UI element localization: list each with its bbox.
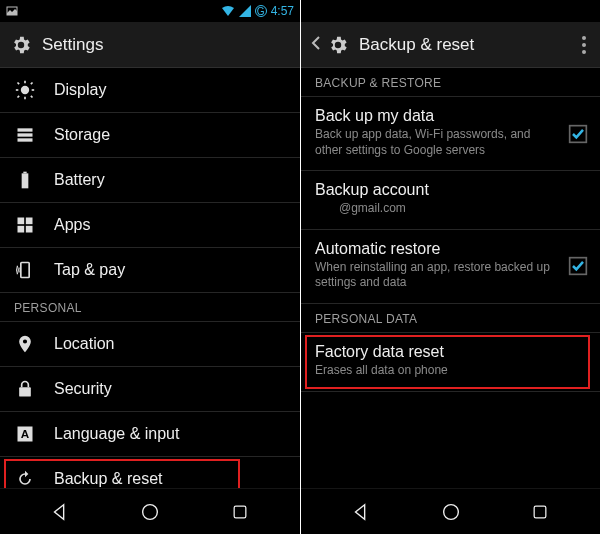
overflow-menu-icon[interactable]	[578, 30, 590, 60]
wifi-icon	[221, 5, 235, 17]
row-battery[interactable]: Battery	[0, 158, 300, 203]
row-label: Storage	[54, 126, 110, 144]
svg-line-7	[31, 83, 33, 85]
row-subtitle: @gmail.com	[315, 201, 586, 217]
settings-gear-icon[interactable]	[327, 34, 349, 56]
row-subtitle: When reinstalling an app, restore backed…	[315, 260, 586, 291]
backup-list[interactable]: BACKUP & RESTORE Back up my data Back up…	[301, 68, 600, 488]
nav-back[interactable]	[30, 489, 90, 535]
settings-gear-icon	[10, 34, 32, 56]
backup-reset-icon	[14, 468, 36, 488]
nav-bar	[301, 488, 600, 534]
row-label: Language & input	[54, 425, 179, 443]
row-label: Battery	[54, 171, 105, 189]
language-icon: A	[14, 423, 36, 445]
nav-recent[interactable]	[510, 489, 570, 535]
row-subtitle: Erases all data on phone	[315, 363, 586, 379]
action-bar: Backup & reset	[301, 22, 600, 68]
apps-icon	[14, 214, 36, 236]
svg-line-8	[18, 96, 20, 98]
row-title: Back up my data	[315, 107, 586, 125]
row-title: Automatic restore	[315, 240, 586, 258]
checkbox-checked-icon[interactable]	[568, 124, 588, 144]
row-tap-pay[interactable]: Tap & pay	[0, 248, 300, 293]
row-label: Apps	[54, 216, 90, 234]
svg-rect-20	[19, 387, 31, 396]
row-subtitle: Back up app data, Wi-Fi passwords, and o…	[315, 127, 586, 158]
row-factory-reset[interactable]: Factory data reset Erases all data on ph…	[301, 333, 600, 392]
signal-icon	[239, 5, 251, 17]
svg-rect-29	[534, 506, 546, 518]
row-label: Backup & reset	[54, 470, 163, 488]
section-personal: PERSONAL	[0, 293, 300, 322]
row-label: Security	[54, 380, 112, 398]
svg-point-28	[443, 504, 458, 519]
row-title: Backup account	[315, 181, 586, 199]
settings-list[interactable]: Display Storage Battery Apps Tap & pay P…	[0, 68, 300, 488]
row-storage[interactable]: Storage	[0, 113, 300, 158]
row-title: Factory data reset	[315, 343, 586, 361]
status-bar: G 4:57	[0, 0, 300, 22]
svg-rect-18	[26, 226, 33, 233]
svg-rect-15	[18, 218, 25, 225]
row-language[interactable]: A Language & input	[0, 412, 300, 457]
svg-rect-14	[23, 172, 26, 174]
location-icon	[14, 333, 36, 355]
nav-home[interactable]	[120, 489, 180, 535]
svg-point-1	[21, 86, 29, 94]
svg-rect-25	[234, 506, 246, 518]
status-bar	[301, 0, 600, 22]
nav-back[interactable]	[331, 489, 391, 535]
svg-rect-12	[18, 138, 33, 141]
security-icon	[14, 378, 36, 400]
section-personal-data: PERSONAL DATA	[301, 304, 600, 333]
svg-rect-16	[26, 218, 33, 225]
section-backup-restore: BACKUP & RESTORE	[301, 68, 600, 97]
svg-rect-11	[18, 133, 33, 136]
display-icon	[14, 79, 36, 101]
checkbox-checked-icon[interactable]	[568, 256, 588, 276]
screenshot-icon	[6, 5, 18, 17]
svg-line-6	[18, 83, 20, 85]
row-label: Location	[54, 335, 115, 353]
back-caret-icon[interactable]	[311, 35, 321, 55]
storage-icon	[14, 124, 36, 146]
row-security[interactable]: Security	[0, 367, 300, 412]
row-automatic-restore[interactable]: Automatic restore When reinstalling an a…	[301, 230, 600, 304]
svg-line-9	[31, 96, 33, 98]
svg-rect-19	[21, 263, 29, 278]
tap-pay-icon	[14, 259, 36, 281]
svg-rect-10	[18, 128, 33, 131]
row-backup-account[interactable]: Backup account @gmail.com	[301, 171, 600, 230]
svg-text:A: A	[21, 427, 30, 440]
svg-rect-17	[18, 226, 25, 233]
nav-bar	[0, 488, 300, 534]
row-display[interactable]: Display	[0, 68, 300, 113]
nav-home[interactable]	[421, 489, 481, 535]
battery-icon	[14, 169, 36, 191]
action-bar: Settings	[0, 22, 300, 68]
clock: 4:57	[271, 4, 294, 18]
svg-rect-13	[22, 173, 29, 188]
screen-backup-reset: Backup & reset BACKUP & RESTORE Back up …	[300, 0, 600, 534]
row-label: Tap & pay	[54, 261, 125, 279]
row-backup-my-data[interactable]: Back up my data Back up app data, Wi-Fi …	[301, 97, 600, 171]
page-title: Backup & reset	[359, 35, 474, 55]
row-backup-reset[interactable]: Backup & reset	[0, 457, 300, 488]
row-location[interactable]: Location	[0, 322, 300, 367]
page-title: Settings	[42, 35, 103, 55]
row-label: Display	[54, 81, 106, 99]
network-icon: G	[255, 5, 267, 17]
nav-recent[interactable]	[210, 489, 270, 535]
svg-point-24	[143, 504, 158, 519]
screen-settings: G 4:57 Settings Display Storage Battery …	[0, 0, 300, 534]
row-apps[interactable]: Apps	[0, 203, 300, 248]
